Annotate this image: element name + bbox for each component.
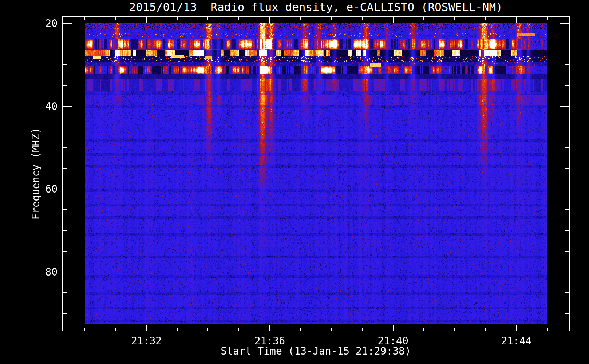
y-tick-label: 20	[45, 17, 58, 29]
y-tick	[63, 23, 72, 24]
x-tick	[115, 328, 116, 331]
x-tick	[177, 328, 178, 331]
y-tick	[63, 85, 67, 86]
x-tick	[331, 17, 332, 20]
y-tick	[63, 64, 67, 65]
y-tick	[560, 272, 569, 272]
x-tick	[547, 17, 548, 20]
axes-layer: 21:3221:3621:4021:4420406080	[0, 0, 589, 364]
x-tick	[393, 325, 394, 331]
x-tick	[516, 17, 517, 23]
x-tick	[454, 328, 455, 331]
y-tick	[565, 209, 569, 210]
x-tick	[300, 17, 301, 20]
axis-top	[62, 16, 570, 17]
x-tick	[423, 328, 424, 331]
y-tick	[63, 209, 67, 210]
y-tick	[565, 292, 569, 293]
y-tick	[565, 168, 569, 169]
x-tick	[300, 328, 301, 331]
y-tick	[565, 251, 569, 252]
axis-right	[569, 16, 570, 331]
y-tick-label: 80	[45, 266, 58, 278]
y-tick	[63, 189, 72, 189]
x-tick	[362, 328, 363, 331]
x-tick	[207, 328, 208, 331]
y-tick	[565, 313, 569, 314]
y-tick	[63, 44, 67, 44]
x-tick	[393, 17, 394, 23]
x-tick	[331, 328, 332, 331]
y-tick-label: 40	[45, 100, 58, 112]
y-tick	[63, 251, 67, 252]
y-tick	[565, 64, 569, 65]
x-tick	[516, 325, 517, 331]
spectrogram-figure: 2015/01/13 Radio flux density, e-CALLIST…	[0, 0, 589, 364]
x-tick	[485, 17, 486, 20]
x-tick	[269, 325, 270, 331]
y-tick	[63, 168, 67, 169]
x-tick	[362, 17, 363, 20]
y-tick	[560, 189, 569, 189]
y-tick	[63, 127, 67, 127]
y-tick	[63, 147, 67, 148]
x-tick	[177, 17, 178, 20]
y-tick	[560, 106, 569, 107]
x-tick	[238, 17, 239, 20]
y-tick	[63, 106, 72, 107]
x-tick	[207, 17, 208, 20]
y-tick	[565, 127, 569, 127]
x-tick	[423, 17, 424, 20]
axis-left	[62, 16, 63, 331]
axis-bottom	[62, 331, 570, 331]
x-tick	[146, 325, 147, 331]
x-axis-label: Start Time (13-Jan-15 21:29:38)	[62, 345, 570, 357]
y-tick	[565, 44, 569, 44]
y-tick	[63, 272, 72, 272]
x-tick	[485, 328, 486, 331]
y-tick	[565, 230, 569, 231]
x-tick	[84, 328, 85, 331]
x-tick	[454, 17, 455, 20]
y-tick	[560, 23, 569, 24]
x-tick	[84, 17, 85, 20]
y-tick	[565, 147, 569, 148]
y-tick-label: 60	[45, 183, 58, 195]
y-tick	[565, 85, 569, 86]
y-tick	[63, 292, 67, 293]
y-axis-label: Frequency (MHZ)	[30, 128, 42, 220]
x-tick	[146, 17, 147, 23]
y-tick	[63, 313, 67, 314]
x-tick	[238, 328, 239, 331]
x-tick	[269, 17, 270, 23]
x-tick	[115, 17, 116, 20]
y-tick	[63, 230, 67, 231]
x-tick	[547, 328, 548, 331]
